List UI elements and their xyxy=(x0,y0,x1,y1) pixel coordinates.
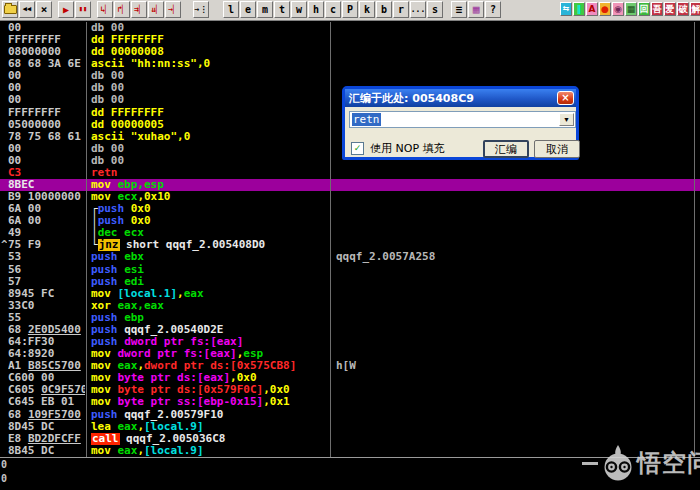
disasm-row[interactable]: C3retn xyxy=(0,167,700,179)
disasm-row[interactable]: C645 EB 01mov byte ptr ss:[ebp-0x15],0x1 xyxy=(0,396,700,408)
disasm-row[interactable]: E8 BD2DFCFFcall qqqf_2.005036C8 xyxy=(0,433,700,445)
restart-button[interactable]: ◀◀ xyxy=(19,1,35,18)
assemble-command-combobox[interactable]: retn ▼ xyxy=(349,111,576,128)
run-trace-window-button[interactable]: ... xyxy=(410,1,426,18)
code-segment: 75 F9 xyxy=(8,239,41,251)
code-segment: , xyxy=(137,360,144,372)
memory-window-button[interactable]: m xyxy=(257,1,273,18)
references-window-button[interactable]: r xyxy=(393,1,409,18)
source-window-button[interactable]: s xyxy=(427,1,443,18)
disasm-row[interactable]: 64:8920mov dword ptr fs:[eax],esp xyxy=(0,348,700,360)
windows-list-button[interactable]: ≡ xyxy=(451,1,467,18)
dialog-titlebar[interactable]: 汇编于此处: 005408C9 × xyxy=(345,89,576,107)
code-segment: ebp xyxy=(124,312,144,324)
log-window-button[interactable]: l xyxy=(223,1,239,18)
cancel-button[interactable]: 取消 xyxy=(534,140,580,158)
disasm-row[interactable]: 8D45 DClea eax,[local.9] xyxy=(0,421,700,433)
code-segment: mov xyxy=(91,384,118,396)
toolbar-group: ↳▏↱▏⇉▏⇊▏→▏ xyxy=(97,1,181,18)
code-segment: 6A 00 xyxy=(8,215,41,227)
step-over-button[interactable]: ↱▏ xyxy=(114,1,130,18)
code-segment: 00 xyxy=(8,22,21,34)
windows-window-button[interactable]: w xyxy=(291,1,307,18)
column-divider-comment[interactable] xyxy=(694,22,695,457)
disasm-row[interactable]: 8BECmov ebp,esp xyxy=(0,179,700,191)
code-segment: , xyxy=(137,445,144,457)
code-segment: B85C5700 xyxy=(28,360,81,372)
52pojie-wu-button[interactable]: 吾 xyxy=(651,2,663,16)
plugin-a-button[interactable]: A xyxy=(586,2,598,16)
code-segment: dd FFFFFFFF xyxy=(91,34,164,46)
disasm-row[interactable]: 00db 00 xyxy=(0,22,700,34)
plugin-grid-button[interactable]: ▦ xyxy=(625,2,637,16)
close-icon[interactable]: × xyxy=(557,91,574,105)
disasm-row[interactable]: C605 0C9F5700 00mov byte ptr ds:[0x579F0… xyxy=(0,384,700,396)
trace-over-button[interactable]: ⇊▏ xyxy=(148,1,164,18)
52pojie-ai-button[interactable]: 爱 xyxy=(664,2,676,16)
disasm-row[interactable]: B9 10000000mov ecx,0x10 xyxy=(0,191,700,203)
code-segment: 0x0 xyxy=(131,215,151,227)
code-segment: qqqf_2.00540D2E xyxy=(124,324,223,336)
52pojie-jie-button[interactable]: 解 xyxy=(690,2,700,16)
handles-window-button[interactable]: h xyxy=(308,1,324,18)
pause-button[interactable]: ▮▮ xyxy=(75,1,91,18)
step-into-button[interactable]: ↳▏ xyxy=(97,1,113,18)
code-segment: esi xyxy=(124,264,144,276)
code-segment: │ xyxy=(91,215,98,227)
disasm-row[interactable]: 6A 00┌push 0x0 xyxy=(0,203,700,215)
disasm-row[interactable]: 55push ebp xyxy=(0,312,700,324)
disasm-row[interactable]: 08000000dd 00000008 xyxy=(0,46,700,58)
code-segment: 68 xyxy=(8,409,28,421)
disasm-row[interactable]: C600 00mov byte ptr ds:[eax],0x0 xyxy=(0,372,700,384)
disasm-row[interactable]: ^75 F9└jnz short qqqf_2.005408D0 xyxy=(0,239,700,251)
chevron-down-icon[interactable]: ▼ xyxy=(559,113,574,126)
disasm-row[interactable]: 49│dec ecx xyxy=(0,227,700,239)
help-button[interactable]: ? xyxy=(485,1,501,18)
go-to-address-button[interactable]: →⋮ xyxy=(193,1,209,18)
plugin-pause-button[interactable]: ‖ xyxy=(573,2,585,16)
disasm-row[interactable]: 8945 FCmov [local.1],eax xyxy=(0,288,700,300)
run-button[interactable]: ▶ xyxy=(58,1,74,18)
code-segment: mov xyxy=(91,360,118,372)
assemble-command-value[interactable]: retn xyxy=(352,113,381,126)
plugin-sync-button[interactable]: ⇆ xyxy=(560,2,572,16)
close-program-button[interactable]: × xyxy=(36,1,52,18)
disasm-row[interactable]: 6A 00│push 0x0 xyxy=(0,215,700,227)
disasm-row[interactable]: 68 2E0D5400push qqqf_2.00540D2E xyxy=(0,324,700,336)
nop-fill-checkbox[interactable]: ✓ xyxy=(351,142,364,155)
disasm-row[interactable]: 57push edi xyxy=(0,276,700,288)
hex-bytes: 00 xyxy=(8,82,85,94)
disasm-row[interactable]: 53push ebxqqqf_2.0057A258 xyxy=(0,251,700,263)
disasm-row[interactable]: 68 68 3A 6E 6E 3A 73 73 00ascii "hh:nn:s… xyxy=(0,58,700,70)
disasm-row[interactable]: 00db 00 xyxy=(0,70,700,82)
trace-into-button[interactable]: ⇉▏ xyxy=(131,1,147,18)
call-stack-window-button[interactable]: k xyxy=(359,1,375,18)
column-divider-disasm[interactable] xyxy=(330,22,331,457)
disasm-row[interactable]: 68 109F5700push qqqf_2.00579F10 xyxy=(0,409,700,421)
open-file-button[interactable] xyxy=(2,1,18,18)
plugin-record-button[interactable]: ● xyxy=(599,2,611,16)
code-segment: mov xyxy=(91,372,118,384)
plugin-target-button[interactable]: ◉ xyxy=(612,2,624,16)
code-segment: 56 xyxy=(8,264,21,276)
disasm-row[interactable]: 64:FF30push dword ptr fs:[eax] xyxy=(0,336,700,348)
appearance-button[interactable]: ▦ xyxy=(468,1,484,18)
52pojie-po-button[interactable]: 破 xyxy=(677,2,689,16)
patches-window-button[interactable]: P xyxy=(342,1,358,18)
assemble-button[interactable]: 汇编 xyxy=(483,140,529,158)
breakpoints-window-button[interactable]: b xyxy=(376,1,392,18)
executables-window-button[interactable]: e xyxy=(240,1,256,18)
disasm-row[interactable]: FFFFFFFFdd FFFFFFFF xyxy=(0,34,700,46)
cpu-window-button[interactable]: c xyxy=(325,1,341,18)
code-segment: [local.9] xyxy=(144,445,204,457)
code-segment: eax xyxy=(118,421,138,433)
disasm-row[interactable]: A1 B85C5700mov eax,dword ptr ds:[0x575CB… xyxy=(0,360,700,372)
plugin-return-button[interactable]: 回 xyxy=(638,2,650,16)
column-divider-bytes[interactable] xyxy=(86,22,87,457)
threads-window-button[interactable]: t xyxy=(274,1,290,18)
disasm-row[interactable]: 56push esi xyxy=(0,264,700,276)
disasm-row[interactable]: 33C0xor eax,eax xyxy=(0,300,700,312)
code-segment: 33C0 xyxy=(8,300,35,312)
jump-arrow: ^ xyxy=(1,239,7,251)
execute-till-return-button[interactable]: →▏ xyxy=(165,1,181,18)
